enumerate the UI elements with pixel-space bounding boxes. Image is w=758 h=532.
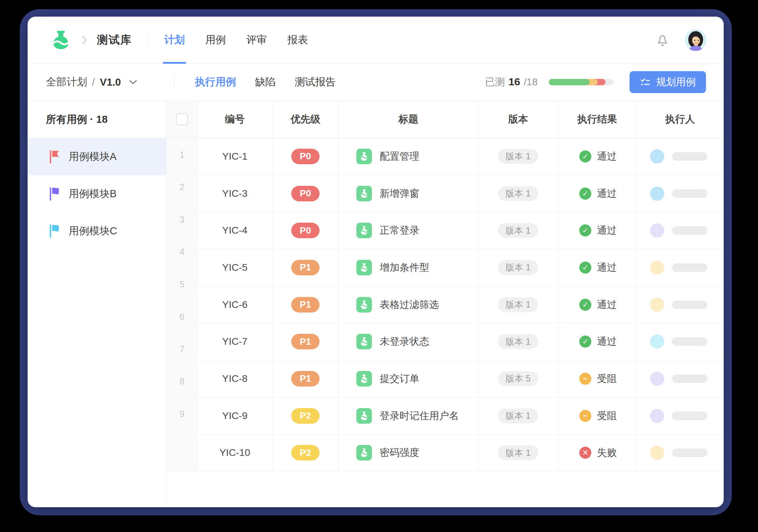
case-flask-icon [356,408,372,424]
plan-cases-button[interactable]: 规划用例 [630,71,706,93]
row-gutter [167,175,197,212]
priority-badge: P1 [291,371,320,387]
sidebar-item-label: 用例模块C [69,224,117,238]
case-id: YIC-9 [197,397,272,434]
bell-icon[interactable] [655,33,670,47]
result-label: 失败 [597,446,617,459]
sidebar-item-module-b[interactable]: 用例模块B [28,175,166,212]
case-id: YIC-3 [197,175,272,212]
table-row[interactable]: YIC-4 P0 正常登录 版本 1 ✓通过 [167,212,724,249]
case-id: YIC-7 [197,323,272,360]
case-id: YIC-6 [197,286,272,323]
sidebar-item-label: 用例模块A [69,150,116,164]
table-body: YIC-1 P0 配置管理 版本 1 ✓通过 YIC-3 P0 新增弹窗 版本 … [167,138,724,471]
sub-tabs: 执行用例 缺陷 测试报告 [195,75,336,89]
case-id: YIC-1 [197,138,272,175]
plan-selector-separator: / [92,76,95,88]
row-number: 6 [167,311,197,322]
screenshot-stage: 测试库 计划 用例 评审 报表 [0,0,758,532]
user-avatar[interactable] [685,29,707,51]
executor-name-skeleton [672,337,707,346]
case-flask-icon [356,297,372,313]
executor-avatar [650,187,664,201]
result-status-icon: ✓ [579,188,591,200]
case-flask-icon [356,334,372,349]
plan-version-selector[interactable]: 全部计划 / V1.0 [46,75,137,89]
toolbar-right: 已测 16 /18 规划用例 [485,71,706,93]
result-label: 通过 [597,335,617,348]
result-status-icon: − [579,373,591,385]
row-gutter [167,323,197,360]
cases-table: 编号 优先级 标题 版本 执行结果 执行人 YIC-1 P0 配置管理 版本 1 [166,101,724,507]
result-label: 通过 [597,187,617,200]
executor-name-skeleton [672,448,707,457]
case-id: YIC-10 [197,435,272,471]
result-status-icon: ✕ [579,447,591,459]
row-number: 7 [167,344,197,354]
case-title: 密码强度 [380,446,419,459]
case-title: 表格过滤筛选 [380,298,439,311]
priority-badge: P0 [291,223,320,238]
case-id: YIC-8 [197,360,272,397]
tab-reports[interactable]: 报表 [287,17,308,64]
sidebar-item-label: 用例模块B [69,187,116,201]
sub-tab-execute-cases[interactable]: 执行用例 [195,75,236,89]
case-id: YIC-5 [197,249,272,286]
sidebar-item-module-c[interactable]: 用例模块C [28,212,166,250]
tested-total: /18 [524,76,538,88]
column-header-version: 版本 [478,101,558,138]
table-row[interactable]: YIC-3 P0 新增弹窗 版本 1 ✓通过 [167,175,724,212]
tab-review[interactable]: 评审 [246,17,267,64]
flask-logo-icon [50,29,72,51]
executor-avatar [650,261,664,275]
sidebar-header: 所有用例 · 18 [28,101,166,138]
row-number: 5 [167,279,197,290]
table-row[interactable]: YIC-5 P1 增加条件型 版本 1 ✓通过 [167,249,724,286]
table-row[interactable]: YIC-10 P2 密码强度 版本 1 ✕失败 [167,435,724,472]
flag-icon [48,224,60,239]
case-flask-icon [356,223,372,238]
sidebar-item-module-a[interactable]: 用例模块A [28,138,166,175]
tested-count: 16 [509,76,520,88]
tab-cases[interactable]: 用例 [205,17,226,64]
executor-avatar [650,409,664,423]
result-label: 通过 [597,261,617,274]
sub-tab-defects[interactable]: 缺陷 [255,75,276,89]
executor-avatar [650,149,664,164]
executor-avatar [650,334,664,349]
row-number: 2 [167,182,197,192]
flag-icon [48,187,60,201]
tested-label: 已测 [485,75,505,89]
priority-badge: P1 [291,334,320,349]
chevron-right-icon [81,35,88,45]
table-row[interactable]: YIC-7 P1 未登录状态 版本 1 ✓通过 [167,323,724,360]
executor-name-skeleton [672,263,707,272]
select-all-checkbox[interactable] [176,113,188,125]
table-row[interactable]: YIC-1 P0 配置管理 版本 1 ✓通过 [167,138,724,175]
app-header: 测试库 计划 用例 评审 报表 [28,17,724,64]
column-header-priority: 优先级 [272,101,339,138]
select-all-cell [167,101,197,138]
table-row[interactable]: YIC-9 P2 登录时记住用户名 版本 1 −受阻 [167,397,724,435]
table-row[interactable]: YIC-6 P1 表格过滤筛选 版本 1 ✓通过 [167,286,724,324]
executor-avatar [650,446,664,460]
plan-selector-label: 全部计划 [46,75,87,89]
checklist-icon [640,77,650,87]
table-row[interactable]: YIC-8 P1 提交订单 版本 5 −受阻 [167,360,724,397]
main-content: 所有用例 · 18 用例模块A 用例模块B [28,101,724,507]
page-title: 测试库 [97,33,132,47]
case-title: 提交订单 [380,372,419,385]
sub-tab-test-report[interactable]: 测试报告 [295,75,336,89]
priority-badge: P0 [291,186,320,201]
column-header-result: 执行结果 [558,101,637,138]
version-badge: 版本 1 [498,445,539,460]
case-title: 正常登录 [380,224,419,237]
case-flask-icon [356,260,372,275]
table-header: 编号 优先级 标题 版本 执行结果 执行人 [167,101,724,138]
chevron-down-icon [129,80,137,85]
row-number: 4 [167,246,197,257]
version-badge: 版本 1 [498,297,539,312]
case-title: 登录时记住用户名 [380,409,459,423]
executor-avatar [650,372,664,386]
tab-plan[interactable]: 计划 [164,17,185,64]
